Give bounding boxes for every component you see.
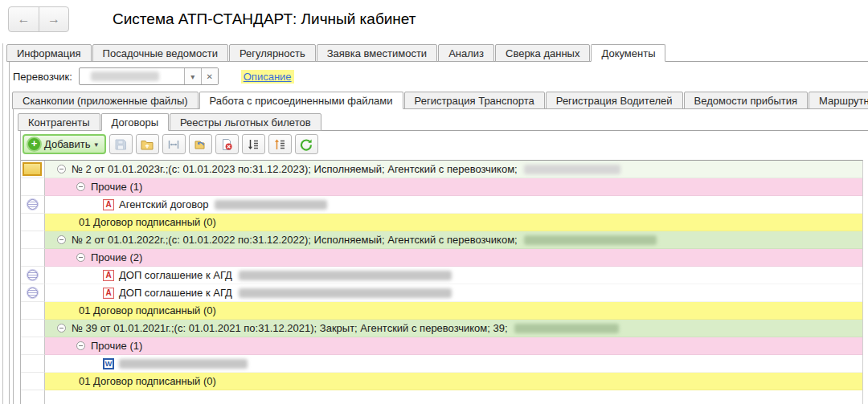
row-margin-cell: [21, 320, 45, 337]
expander-minus-icon[interactable]: [57, 235, 66, 244]
forward-button[interactable]: →: [39, 7, 68, 31]
back-icon: ←: [18, 12, 31, 27]
sort-descending-button[interactable]: [242, 134, 265, 154]
carrier-row: Перевозчик: ▾ ✕ Описание: [10, 62, 868, 91]
row-margin-cell: [21, 249, 45, 267]
tab-dokumenty[interactable]: Документы: [591, 44, 665, 62]
forward-icon: →: [47, 12, 60, 27]
tree-row-category-prochie[interactable]: Прочие (1): [21, 178, 862, 196]
tree-row-group-2021[interactable]: № 39 от 01.01.2021г.;(с: 01.01.2021 по:3…: [21, 320, 862, 337]
tab-rabota-s-prisoedinennymi-failami[interactable]: Работа с присоединенными файлами: [199, 92, 403, 109]
plus-icon: +: [28, 138, 40, 150]
row-margin-cell: [21, 302, 45, 320]
tab-registracia-transporta[interactable]: Регистрация Транспорта: [404, 92, 545, 109]
redacted-text: [239, 288, 452, 298]
attachment-status-icon: [27, 199, 38, 210]
tree-row-label: № 39 от 01.01.2021г.;(с: 01.01.2021 по:3…: [72, 322, 508, 334]
tree-row-status-signed[interactable]: 01 Договор подписанный (0): [21, 302, 862, 320]
tree-row-status-signed[interactable]: 01 Договор подписанный (0): [21, 373, 862, 390]
attached-files-tab-page: Контрагенты Договоры Реестры льготных би…: [13, 108, 868, 404]
tree-row-label: № 2 от 01.01.2022г.;(с: 01.01.2022 по:31…: [72, 234, 518, 246]
word-file-icon: W: [103, 358, 114, 369]
tab-registracia-voditelei[interactable]: Регистрация Водителей: [546, 92, 683, 109]
tree-row-category-prochie[interactable]: Прочие (2): [21, 249, 862, 267]
history-nav: ← →: [8, 6, 69, 32]
carrier-value-redacted: [80, 71, 184, 81]
redacted-text: [524, 165, 620, 174]
documents-tab-page: Перевозчик: ▾ ✕ Описание Сканкопии (прил…: [9, 61, 868, 404]
expander-minus-icon[interactable]: [76, 253, 85, 262]
expander-minus-icon[interactable]: [76, 341, 85, 350]
sort-ascending-icon: [273, 138, 286, 151]
add-button-label: Добавить: [44, 138, 90, 150]
tree-row-label: Прочие (1): [91, 340, 142, 352]
carrier-input[interactable]: ▾ ✕: [79, 67, 219, 85]
row-margin-cell: [21, 390, 45, 404]
tab-vedomosti-pribytia[interactable]: Ведомости прибытия: [684, 92, 809, 109]
add-button[interactable]: + Добавить ▾: [23, 134, 106, 154]
sort-ascending-button[interactable]: [268, 134, 292, 154]
redacted-text: [239, 271, 452, 280]
main-tab-strip: Информация Посадочные ведомости Регулярн…: [3, 43, 868, 61]
refresh-icon: [300, 138, 313, 151]
redacted-text: [91, 71, 159, 81]
row-margin-cell: [21, 337, 45, 355]
row-margin-cell: [21, 178, 45, 196]
tab-marshrutnaya-dokumentacia[interactable]: Маршрутная документация: [809, 92, 868, 109]
save-button[interactable]: [109, 134, 133, 154]
contracts-tree-table: № 2 от 01.01.2023г.;(с: 01.01.2023 по:31…: [21, 160, 863, 404]
tree-row-label: Агентский договор: [119, 198, 208, 210]
refresh-button[interactable]: [295, 134, 318, 154]
set-column-width-button[interactable]: [162, 134, 186, 154]
chevron-down-icon: ▾: [94, 141, 98, 149]
tree-row-empty: [21, 390, 862, 404]
tree-row-category-prochie[interactable]: Прочие (1): [21, 337, 862, 355]
tree-row-label: ДОП соглашение к АГД: [119, 287, 232, 299]
replace-file-button[interactable]: [189, 134, 212, 154]
attachment-status-icon: [27, 288, 38, 298]
page-title: Система АТП-СТАНДАРТ: Личный кабинет: [113, 10, 416, 28]
pdf-file-icon: A: [103, 199, 114, 210]
files-tab-strip: Сканкопии (приложенные файлы) Работа с п…: [10, 91, 868, 108]
open-folder-icon: [141, 138, 154, 151]
tree-row-status-signed[interactable]: 01 Договор подписанный (0): [21, 214, 862, 231]
tab-reestry-lgotnyh-biletov[interactable]: Реестры льготных билетов: [170, 113, 321, 131]
sort-descending-icon: [247, 138, 260, 151]
tab-kontragenty[interactable]: Контрагенты: [18, 113, 100, 131]
redacted-text: [119, 359, 248, 369]
replace-file-icon: [194, 138, 207, 151]
tree-row-label: Прочие (2): [91, 251, 142, 263]
current-cell-marker: [23, 162, 42, 176]
tree-row-group-2022[interactable]: № 2 от 01.01.2022г.;(с: 01.01.2022 по:31…: [21, 231, 862, 249]
tab-dogovory[interactable]: Договоры: [101, 113, 169, 131]
tab-sverka-dannyh[interactable]: Сверка данных: [495, 44, 590, 62]
tab-zayavka-vmestimosti[interactable]: Заявка вместимости: [317, 44, 437, 62]
tree-row-group-2023[interactable]: № 2 от 01.01.2023г.;(с: 01.01.2023 по:31…: [21, 161, 862, 178]
redacted-text: [514, 324, 619, 333]
tab-posadochnye-vedomosti[interactable]: Посадочные ведомости: [92, 44, 228, 62]
tree-row-file-pdf[interactable]: A ДОП соглашение к АГД: [21, 284, 862, 302]
docs-tab-strip: Контрагенты Договоры Реестры льготных би…: [14, 112, 868, 130]
toolbar: + Добавить ▾: [21, 131, 868, 157]
tab-skankopii[interactable]: Сканкопии (приложенные файлы): [12, 92, 199, 109]
tree-row-label: № 2 от 01.01.2023г.;(с: 01.01.2023 по:31…: [72, 163, 518, 175]
delete-file-icon: [220, 138, 233, 151]
delete-file-button[interactable]: [215, 134, 239, 154]
tab-regularnost[interactable]: Регулярность: [229, 44, 316, 62]
tree-row-file-word[interactable]: W: [21, 355, 862, 373]
set-column-width-icon: [167, 138, 180, 151]
expander-minus-icon[interactable]: [76, 182, 85, 191]
open-folder-button[interactable]: [136, 134, 159, 154]
expander-minus-icon[interactable]: [57, 324, 66, 333]
description-link[interactable]: Описание: [241, 70, 294, 84]
current-row-cell[interactable]: [21, 161, 45, 178]
tree-row-file-pdf[interactable]: A Агентский договор: [21, 196, 862, 214]
carrier-dropdown-button[interactable]: ▾: [184, 68, 201, 84]
tab-informacia[interactable]: Информация: [6, 44, 92, 62]
back-button[interactable]: ←: [9, 7, 39, 31]
expander-minus-icon[interactable]: [57, 165, 66, 173]
tree-row-file-pdf[interactable]: A ДОП соглашение к АГД: [21, 267, 862, 284]
carrier-clear-button[interactable]: ✕: [201, 68, 218, 84]
tree-row-label: 01 Договор подписанный (0): [79, 375, 216, 387]
tab-analiz[interactable]: Анализ: [438, 44, 494, 62]
